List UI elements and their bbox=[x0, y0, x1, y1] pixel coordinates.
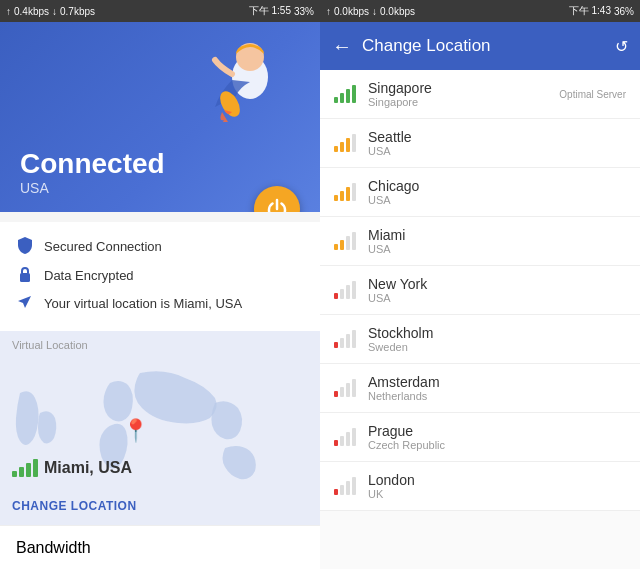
location-info: Prague Czech Republic bbox=[368, 423, 626, 451]
signal-icon bbox=[334, 281, 358, 299]
country-name: USA bbox=[368, 292, 626, 304]
right-speed-down: 0.0kbps bbox=[380, 6, 415, 17]
signal-icon bbox=[334, 428, 358, 446]
signal-icon bbox=[334, 379, 358, 397]
list-item[interactable]: London UK bbox=[320, 462, 640, 511]
location-info: London UK bbox=[368, 472, 626, 500]
encrypted-item: Data Encrypted bbox=[16, 265, 304, 286]
list-item[interactable]: New York USA bbox=[320, 266, 640, 315]
city-name: Miami bbox=[368, 227, 626, 243]
city-name: Stockholm bbox=[368, 325, 626, 341]
left-time: 下午 1:55 bbox=[249, 4, 291, 18]
right-battery: 36% bbox=[614, 6, 634, 17]
city-name: London bbox=[368, 472, 626, 488]
right-speed-up-icon: ↑ bbox=[326, 6, 331, 17]
city-name: New York bbox=[368, 276, 626, 292]
speed-up-value: 0.4kbps bbox=[14, 6, 49, 17]
signal-icon bbox=[334, 134, 358, 152]
country-name: Czech Republic bbox=[368, 439, 626, 451]
country-name: Singapore bbox=[368, 96, 559, 108]
svg-rect-4 bbox=[20, 273, 30, 282]
city-name: Prague bbox=[368, 423, 626, 439]
location-info: Chicago USA bbox=[368, 178, 626, 206]
right-speed-up: 0.0kbps bbox=[334, 6, 369, 17]
right-status-bar-right: 下午 1:43 36% bbox=[569, 4, 634, 18]
right-panel: ↑ 0.0kbps ↓ 0.0kbps 下午 1:43 36% ← Change… bbox=[320, 0, 640, 569]
info-section: Secured Connection Data Encrypted Your v… bbox=[0, 222, 320, 331]
city-name: Singapore bbox=[368, 80, 559, 96]
change-location-header: ← Change Location ↺ bbox=[320, 22, 640, 70]
bandwidth-label: Bandwidth bbox=[16, 539, 91, 557]
list-item[interactable]: Miami USA bbox=[320, 217, 640, 266]
list-item[interactable]: Chicago USA bbox=[320, 168, 640, 217]
list-item[interactable]: Stockholm Sweden bbox=[320, 315, 640, 364]
location-info: Seattle USA bbox=[368, 129, 626, 157]
hero-section: Connected USA bbox=[0, 22, 320, 212]
map-pin-icon: 📍 bbox=[122, 418, 149, 444]
right-status-bar-left: ↑ 0.0kbps ↓ 0.0kbps bbox=[326, 6, 415, 17]
secured-connection-item: Secured Connection bbox=[16, 236, 304, 257]
country-name: USA bbox=[368, 243, 626, 255]
virtual-location-item: Your virtual location is Miami, USA bbox=[16, 294, 304, 313]
optimal-badge: Optimal Server bbox=[559, 89, 626, 100]
city-name: Chicago bbox=[368, 178, 626, 194]
speed-down-value: 0.7kbps bbox=[60, 6, 95, 17]
left-status-bar-left: ↑ 0.4kbps ↓ 0.7kbps bbox=[6, 6, 95, 17]
speed-down-icon: ↓ bbox=[52, 6, 57, 17]
encrypted-label: Data Encrypted bbox=[44, 268, 134, 283]
right-speed-down-icon: ↓ bbox=[372, 6, 377, 17]
map-section: Virtual Location 📍 Miami, USA bbox=[0, 331, 320, 525]
country-name: USA bbox=[368, 194, 626, 206]
left-battery: 33% bbox=[294, 6, 314, 17]
refresh-button[interactable]: ↺ bbox=[615, 37, 628, 56]
location-info: Amsterdam Netherlands bbox=[368, 374, 626, 402]
left-status-bar: ↑ 0.4kbps ↓ 0.7kbps 下午 1:55 33% bbox=[0, 0, 320, 22]
signal-icon bbox=[334, 85, 358, 103]
mascot-icon bbox=[200, 32, 290, 122]
secured-label: Secured Connection bbox=[44, 239, 162, 254]
back-button[interactable]: ← bbox=[332, 35, 352, 58]
list-item[interactable]: Prague Czech Republic bbox=[320, 413, 640, 462]
list-item[interactable]: Seattle USA bbox=[320, 119, 640, 168]
location-info: Stockholm Sweden bbox=[368, 325, 626, 353]
city-name: Seattle bbox=[368, 129, 626, 145]
signal-icon bbox=[334, 477, 358, 495]
location-list: Singapore Singapore Optimal Server Seatt… bbox=[320, 70, 640, 569]
list-item[interactable]: Singapore Singapore Optimal Server bbox=[320, 70, 640, 119]
bandwidth-section: Bandwidth bbox=[0, 525, 320, 569]
right-status-bar: ↑ 0.0kbps ↓ 0.0kbps 下午 1:43 36% bbox=[320, 0, 640, 22]
header-title: Change Location bbox=[362, 36, 605, 56]
signal-bars-icon bbox=[12, 459, 38, 477]
speed-up-icon: ↑ bbox=[6, 6, 11, 17]
location-info: New York USA bbox=[368, 276, 626, 304]
shield-icon bbox=[16, 236, 34, 257]
signal-icon bbox=[334, 330, 358, 348]
connection-status: Connected bbox=[20, 148, 320, 180]
location-info: Singapore Singapore bbox=[368, 80, 559, 108]
signal-icon bbox=[334, 183, 358, 201]
city-name: Amsterdam bbox=[368, 374, 626, 390]
location-info: Miami USA bbox=[368, 227, 626, 255]
list-item[interactable]: Amsterdam Netherlands bbox=[320, 364, 640, 413]
lock-icon bbox=[16, 265, 34, 286]
country-name: Netherlands bbox=[368, 390, 626, 402]
country-name: UK bbox=[368, 488, 626, 500]
location-arrow-icon bbox=[16, 294, 34, 313]
country-name: USA bbox=[368, 145, 626, 157]
country-name: Sweden bbox=[368, 341, 626, 353]
world-map bbox=[0, 331, 320, 525]
virtual-location-label: Your virtual location is Miami, USA bbox=[44, 296, 242, 311]
signal-icon bbox=[334, 232, 358, 250]
city-name: Miami, USA bbox=[44, 459, 132, 477]
map-city-label: Miami, USA bbox=[12, 459, 132, 477]
left-status-bar-right: 下午 1:55 33% bbox=[249, 4, 314, 18]
change-location-button[interactable]: CHANGE LOCATION bbox=[12, 499, 137, 513]
left-panel: ↑ 0.4kbps ↓ 0.7kbps 下午 1:55 33% bbox=[0, 0, 320, 569]
right-time: 下午 1:43 bbox=[569, 4, 611, 18]
